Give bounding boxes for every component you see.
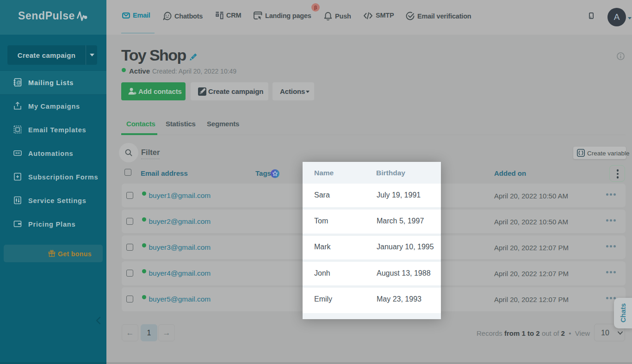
svg-text:@: @	[16, 80, 21, 85]
